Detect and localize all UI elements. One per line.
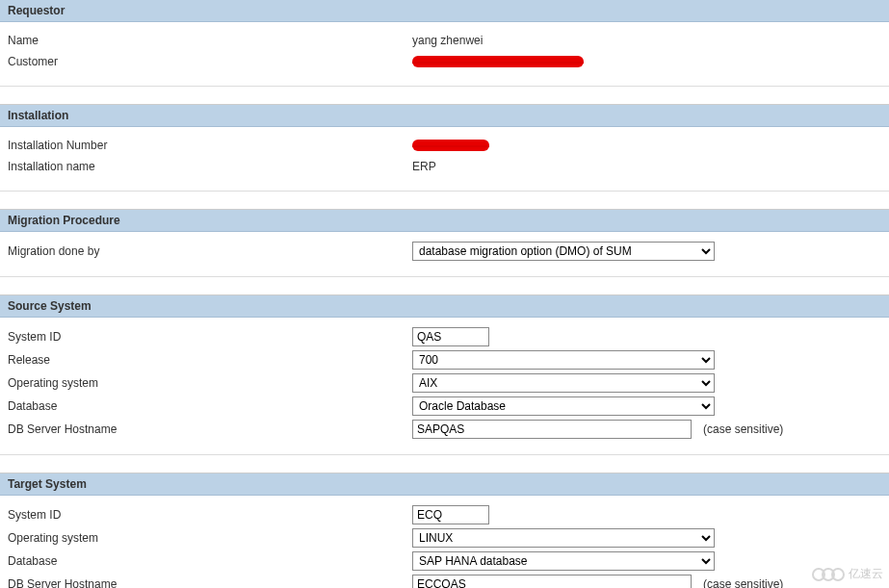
section-header-source: Source System [0, 295, 889, 318]
section-title: Requestor [8, 4, 65, 17]
row-target-os: Operating system LINUX [8, 526, 881, 550]
source-host-input[interactable] [412, 420, 692, 439]
row-name: Name yang zhenwei [8, 30, 881, 51]
label-target-host: DB Server Hostname [8, 577, 412, 588]
name-text: yang zhenwei [412, 34, 483, 47]
label-target-db: Database [8, 554, 412, 568]
row-source-db: Database Oracle Database [8, 395, 881, 418]
label-target-system-id: System ID [8, 508, 412, 522]
label-install-number: Installation Number [8, 139, 412, 152]
target-os-select[interactable]: LINUX [412, 528, 715, 548]
section-gap [0, 276, 889, 295]
target-host-input[interactable] [412, 575, 692, 588]
section-gap [0, 454, 889, 473]
section-body-installation: Installation Number Installation name ER… [0, 127, 889, 191]
section-body-source: System ID Release 700 Operating system A… [0, 318, 889, 454]
section-gap [0, 191, 889, 210]
row-migration-done-by: Migration done by database migration opt… [8, 240, 881, 263]
row-source-os: Operating system AIX [8, 371, 881, 395]
install-name-text: ERP [412, 160, 436, 173]
row-install-number: Installation Number [8, 135, 881, 156]
install-number-redacted [412, 140, 489, 151]
target-system-id-input[interactable] [412, 505, 489, 524]
section-gap [0, 86, 889, 105]
migration-done-by-select[interactable]: database migration option (DMO) of SUM [412, 242, 715, 261]
value-install-name: ERP [412, 160, 881, 173]
source-host-hint: (case sensitive) [703, 422, 783, 436]
row-target-db: Database SAP HANA database [8, 550, 881, 573]
customer-redacted [412, 56, 584, 67]
section-header-migration: Migration Procedure [0, 210, 889, 232]
section-header-target: Target System [0, 473, 889, 496]
source-db-select[interactable]: Oracle Database [412, 396, 715, 416]
label-source-system-id: System ID [8, 330, 412, 344]
source-system-id-input[interactable] [412, 327, 489, 346]
value-customer [412, 56, 881, 67]
target-host-hint: (case sensitive) [703, 577, 783, 588]
section-body-migration: Migration done by database migration opt… [0, 232, 889, 276]
section-header-requestor: Requestor [0, 0, 889, 22]
row-target-system-id: System ID [8, 503, 881, 526]
row-source-release: Release 700 [8, 348, 881, 371]
target-db-select[interactable]: SAP HANA database [412, 551, 715, 571]
label-source-release: Release [8, 353, 412, 367]
section-title: Target System [8, 477, 87, 491]
section-title: Migration Procedure [8, 214, 120, 227]
row-target-host: DB Server Hostname (case sensitive) [8, 573, 881, 588]
value-name: yang zhenwei [412, 34, 881, 47]
label-source-db: Database [8, 399, 412, 413]
row-install-name: Installation name ERP [8, 156, 881, 177]
label-customer: Customer [8, 55, 412, 68]
label-target-os: Operating system [8, 531, 412, 545]
source-release-select[interactable]: 700 [412, 350, 715, 370]
row-source-system-id: System ID [8, 325, 881, 348]
label-install-name: Installation name [8, 160, 412, 173]
row-source-host: DB Server Hostname (case sensitive) [8, 418, 881, 441]
section-body-target: System ID Operating system LINUX Databas… [0, 496, 889, 588]
label-source-os: Operating system [8, 376, 412, 390]
row-customer: Customer [8, 51, 881, 72]
section-header-installation: Installation [0, 105, 889, 127]
value-install-number [412, 140, 881, 151]
label-source-host: DB Server Hostname [8, 422, 412, 436]
section-body-requestor: Name yang zhenwei Customer [0, 22, 889, 86]
label-migration-done-by: Migration done by [8, 244, 412, 258]
section-title: Installation [8, 109, 68, 122]
label-name: Name [8, 34, 412, 47]
section-title: Source System [8, 299, 92, 313]
source-os-select[interactable]: AIX [412, 373, 715, 393]
